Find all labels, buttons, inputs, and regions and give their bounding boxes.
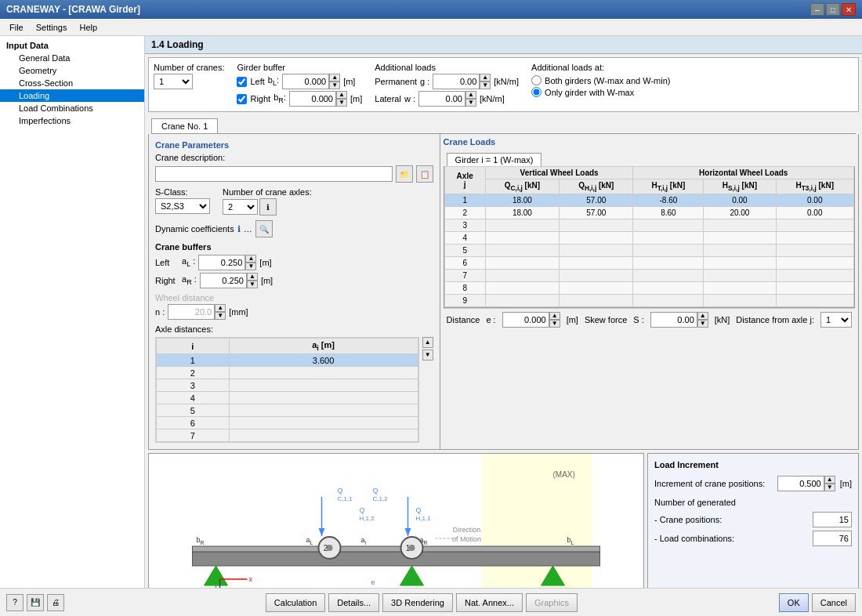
cancel-button[interactable]: Cancel	[812, 593, 856, 612]
g-input[interactable]	[433, 74, 480, 89]
aR-input[interactable]	[200, 273, 247, 288]
g-down[interactable]: ▼	[480, 82, 491, 89]
only-girder-radio[interactable]	[531, 87, 541, 97]
sidebar-item-cross-section[interactable]: Cross-Section	[0, 77, 144, 89]
n-down[interactable]: ▼	[215, 312, 226, 320]
positions-down[interactable]: ▼	[824, 484, 835, 491]
load-hs-cell	[704, 282, 776, 295]
crane-positions-count-row: - Crane positions:	[654, 512, 852, 527]
axles-info-btn[interactable]: ℹ	[259, 198, 277, 216]
bR-up[interactable]: ▲	[336, 91, 347, 99]
axle-table-row[interactable]: 7	[157, 429, 418, 442]
crane-load-row[interactable]: 3	[444, 219, 853, 232]
nat-annex-button[interactable]: Nat. Annex...	[456, 593, 523, 612]
crane-load-row[interactable]: 7	[444, 270, 853, 282]
svg-text:of Motion: of Motion	[452, 535, 481, 543]
crane-positions-input[interactable]	[777, 476, 824, 491]
axle-scroll-up[interactable]: ▲	[422, 337, 433, 348]
axle-table-scroll[interactable]: i ai [m] 13.600234567	[155, 337, 419, 443]
axle-i-cell: 1	[157, 354, 230, 367]
both-girders-radio[interactable]	[531, 75, 541, 85]
crane-load-row[interactable]: 8	[444, 282, 853, 295]
w-input-group: ▲▼	[418, 91, 476, 107]
w-up[interactable]: ▲	[465, 91, 476, 99]
w-down[interactable]: ▼	[465, 99, 476, 107]
crane-load-row[interactable]: 5	[444, 245, 853, 257]
axle-table-row[interactable]: 3	[157, 379, 418, 392]
bL-up[interactable]: ▲	[329, 74, 340, 82]
col-axle-j: Axlej	[444, 167, 485, 194]
ok-button[interactable]: OK	[779, 593, 809, 612]
sidebar-item-imperfections[interactable]: Imperfections	[0, 114, 144, 127]
crane-browse-btn2[interactable]: 📋	[416, 165, 433, 183]
crane-load-row[interactable]: 4	[444, 232, 853, 245]
print-icon-btn[interactable]: 🖨	[47, 594, 64, 611]
aL-down[interactable]: ▼	[245, 263, 256, 270]
distance-from-axle-select[interactable]: 12	[820, 312, 852, 328]
n-up[interactable]: ▲	[215, 304, 226, 312]
right-checkbox[interactable]	[237, 94, 247, 104]
maximize-button[interactable]: □	[826, 3, 840, 16]
axle-table-row[interactable]: 6	[157, 417, 418, 429]
bR-down[interactable]: ▼	[336, 99, 347, 107]
sidebar-item-loading[interactable]: Loading	[0, 89, 144, 102]
save-icon-btn[interactable]: 💾	[27, 594, 44, 611]
load-ht1-cell	[633, 257, 704, 270]
aR-up[interactable]: ▲	[247, 273, 258, 281]
help-icon-btn[interactable]: ?	[6, 594, 24, 611]
sclass-select[interactable]: S2,S3S1S4	[155, 198, 210, 214]
load-ht1-cell	[633, 245, 704, 257]
crane-loads-table-container[interactable]: Axlej Vertical Wheel Loads Horizontal Wh…	[444, 166, 855, 308]
axle-i-cell: 2	[157, 367, 230, 379]
dynamic-coeff-search-btn[interactable]: 🔍	[255, 220, 273, 237]
crane-load-row[interactable]: 1 18.00 57.00 -8.60 0.00 0.00	[444, 194, 853, 207]
crane-tab-1[interactable]: Crane No. 1	[151, 118, 218, 133]
axle-table-row[interactable]: 13.600	[157, 354, 418, 367]
close-button[interactable]: ✕	[842, 3, 856, 16]
axle-scroll-down[interactable]: ▼	[422, 350, 433, 361]
g-up[interactable]: ▲	[480, 74, 491, 82]
axle-table-row[interactable]: 2	[157, 367, 418, 379]
girder-tab-bar: Girder i = 1 (W-max)	[444, 150, 855, 166]
s-input[interactable]	[650, 312, 697, 328]
aL-up[interactable]: ▲	[245, 255, 256, 263]
aR-down[interactable]: ▼	[247, 281, 258, 288]
menu-settings[interactable]: Settings	[30, 21, 74, 34]
num-axles-select[interactable]: 24	[223, 199, 258, 215]
calculation-button[interactable]: Calculation	[266, 593, 325, 612]
crane-load-row[interactable]: 2 18.00 57.00 8.60 20.00 0.00	[444, 207, 853, 219]
e-up[interactable]: ▲	[549, 312, 560, 320]
number-of-cranes-select[interactable]: 123	[154, 74, 193, 89]
load-qc-cell	[485, 282, 559, 295]
main-container: Input Data General Data Geometry Cross-S…	[0, 36, 862, 588]
crane-load-row[interactable]: 9	[444, 295, 853, 307]
crane-browse-btn1[interactable]: 📁	[396, 165, 413, 183]
s-down[interactable]: ▼	[697, 320, 708, 328]
axle-table-row[interactable]: 5	[157, 404, 418, 417]
sidebar-item-load-combinations[interactable]: Load Combinations	[0, 102, 144, 114]
axle-table-row[interactable]: 4	[157, 392, 418, 404]
bR-input[interactable]	[289, 91, 336, 107]
bL-down[interactable]: ▼	[329, 82, 340, 89]
details-button[interactable]: Details...	[328, 593, 379, 612]
crane-load-row[interactable]: 6	[444, 257, 853, 270]
bL-input[interactable]	[282, 74, 329, 89]
s-up[interactable]: ▲	[697, 312, 708, 320]
aL-input[interactable]	[198, 255, 245, 270]
graphics-button[interactable]: Graphics	[526, 593, 578, 612]
crane-description-input[interactable]	[155, 166, 393, 182]
n-input[interactable]	[168, 304, 215, 320]
sidebar-item-general-data[interactable]: General Data	[0, 52, 144, 64]
e-input[interactable]	[502, 312, 549, 328]
sidebar-item-geometry[interactable]: Geometry	[0, 64, 144, 77]
w-input[interactable]	[418, 91, 465, 107]
rendering-3d-button[interactable]: 3D Rendering	[382, 593, 453, 612]
girder-tab-1[interactable]: Girder i = 1 (W-max)	[447, 153, 542, 166]
left-checkbox[interactable]	[237, 77, 247, 87]
minimize-button[interactable]: –	[810, 3, 824, 16]
menu-help[interactable]: Help	[73, 21, 103, 34]
menu-file[interactable]: File	[3, 21, 30, 34]
g-unit: [kN/m]	[494, 77, 519, 86]
e-down[interactable]: ▼	[549, 320, 560, 328]
positions-up[interactable]: ▲	[824, 476, 835, 484]
